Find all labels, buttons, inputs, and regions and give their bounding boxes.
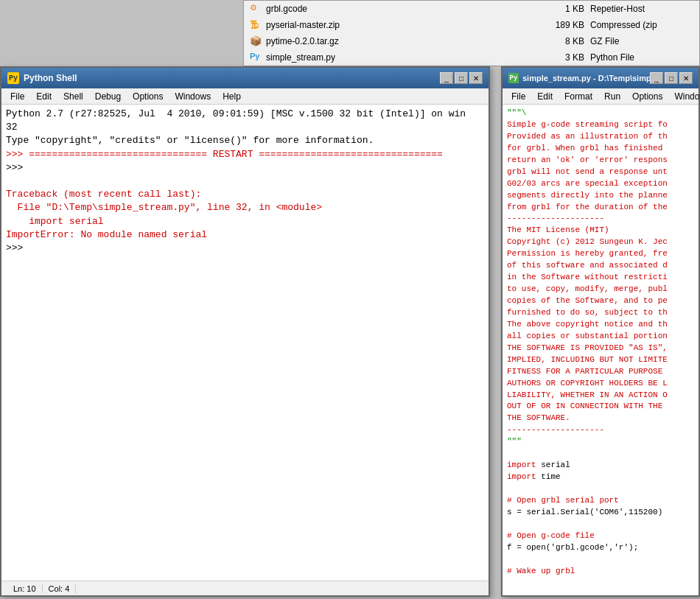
code-line-33 (507, 483, 694, 495)
code-line-27: THE SOFTWARE. (507, 413, 694, 424)
menu-shell[interactable]: Shell (57, 90, 89, 103)
menu-debug[interactable]: Debug (89, 90, 127, 103)
code-line-20: all copies or substantial portion (507, 331, 694, 343)
code-line-25: LIABILITY, WHETHER IN AN ACTION O (507, 390, 694, 402)
code-line-28: -------------------- (507, 424, 694, 436)
code-line-12: Copyright (c) 2012 Sungeun K. Jec (507, 237, 694, 248)
file-row-1[interactable]: ⚙ grbl.gcode 1 KB Repetier-Host (244, 1, 699, 17)
code-line-36 (507, 519, 694, 530)
shell-line-prompt2: >>> (6, 242, 484, 255)
file-type-2: Compressed (zip (590, 20, 693, 30)
shell-line-2: 32 (6, 121, 484, 134)
zip-icon: 🗜 (250, 19, 262, 31)
code-line-3: Provided as an illustration of th (507, 131, 694, 143)
python-shell-title: Python Shell (24, 73, 440, 83)
editor-py-icon: Py (508, 73, 519, 83)
menu-file[interactable]: File (4, 90, 30, 103)
code-line-26: OUT OF OR IN CONNECTION WITH THE (507, 401, 694, 413)
menu-edit[interactable]: Edit (30, 90, 57, 103)
code-line-21: THE SOFTWARE IS PROVIDED "AS IS", (507, 343, 694, 354)
editor-menu-bar: File Edit Format Run Options Windows (503, 88, 699, 105)
code-line-5: return an 'ok' or 'error' respons (507, 155, 694, 167)
code-line-40: # Wake up grbl (507, 566, 694, 578)
python-shell-window: Py Python Shell _ □ ✕ File Edit Shell De… (0, 66, 490, 597)
code-line-19: The above copyright notice and th (507, 319, 694, 331)
code-line-39 (507, 554, 694, 566)
code-line-7: G02/03 arcs are special exception (507, 178, 694, 190)
code-line-34: # Open grbl serial port (507, 495, 694, 507)
code-line-8: segments directly into the planne (507, 190, 694, 202)
editor-menu-file[interactable]: File (505, 90, 531, 103)
editor-menu-windows[interactable]: Windows (668, 90, 700, 103)
minimize-button[interactable]: _ (440, 72, 453, 84)
code-line-22: IMPLIED, INCLUDING BUT NOT LIMITE (507, 354, 694, 366)
code-line-4: for grbl. When grbl has finished (507, 143, 694, 155)
file-size-4: 3 KB (540, 52, 584, 63)
file-name-4: simple_stream.py (266, 52, 540, 63)
code-line-11: The MIT License (MIT) (507, 225, 694, 237)
code-line-15: in the Software without restricti (507, 272, 694, 284)
shell-line-restart: >>> =============================== REST… (6, 148, 484, 161)
file-name-2: pyserial-master.zip (266, 20, 540, 30)
maximize-button[interactable]: □ (455, 72, 468, 84)
editor-content-area[interactable]: """\ Simple g-code streaming script fo P… (503, 105, 699, 581)
file-manager: ⚙ grbl.gcode 1 KB Repetier-Host 🗜 pyseri… (243, 0, 700, 66)
window-controls: _ □ ✕ (440, 72, 483, 84)
editor-menu-format[interactable]: Format (559, 90, 598, 103)
code-line-10: -------------------- (507, 213, 694, 225)
shell-statusbar: Ln: 10 Col: 4 (1, 581, 489, 595)
editor-menu-options[interactable]: Options (626, 90, 668, 103)
shell-content-area[interactable]: Python 2.7 (r27:82525, Jul 4 2010, 09:01… (1, 105, 489, 579)
gcode-icon: ⚙ (250, 3, 262, 15)
menu-help[interactable]: Help (217, 90, 247, 103)
editor-minimize-button[interactable]: _ (650, 72, 663, 84)
code-line-14: of this software and associated d (507, 260, 694, 272)
shell-line-3: Type "copyright", "credits" or "license(… (6, 134, 484, 147)
shell-line-blank (6, 175, 484, 188)
close-button[interactable]: ✕ (469, 72, 483, 84)
python-icon: Py (7, 72, 19, 84)
editor-menu-run[interactable]: Run (598, 90, 626, 103)
editor-menu-edit[interactable]: Edit (531, 90, 559, 103)
code-line-37: # Open g-code file (507, 530, 694, 542)
code-line-29: """ (507, 436, 694, 448)
file-type-1: Repetier-Host (590, 4, 693, 14)
shell-line-traceback: Traceback (most recent call last): (6, 188, 484, 201)
code-line-38: f = open('grbl.gcode','r'); (507, 542, 694, 554)
file-type-3: GZ File (590, 36, 693, 46)
gz-icon: 📦 (250, 35, 262, 47)
file-size-3: 8 KB (540, 36, 584, 46)
editor-window-controls: _ □ ✕ (650, 72, 693, 84)
menu-windows[interactable]: Windows (169, 90, 217, 103)
file-row-4[interactable]: Py simple_stream.py 3 KB Python File (244, 49, 699, 66)
shell-line-error: ImportError: No module named serial (6, 228, 484, 242)
py-icon: Py (250, 52, 262, 63)
code-line-32: import time (507, 472, 694, 483)
file-size-1: 1 KB (540, 4, 584, 14)
editor-maximize-button[interactable]: □ (665, 72, 678, 84)
shell-menu-bar: File Edit Shell Debug Options Windows He… (1, 88, 489, 105)
python-shell-titlebar: Py Python Shell _ □ ✕ (1, 68, 489, 88)
code-line-31: import serial (507, 460, 694, 472)
shell-line-import: import serial (6, 215, 484, 228)
file-row-2[interactable]: 🗜 pyserial-master.zip 189 KB Compressed … (244, 17, 699, 33)
code-line-1: """\ (507, 108, 694, 119)
editor-titlebar: Py simple_stream.py - D:\Temp\simple_str… (503, 68, 699, 88)
menu-options[interactable]: Options (127, 90, 169, 103)
code-line-30 (507, 448, 694, 460)
shell-line-prompt1: >>> (6, 161, 484, 175)
status-ln: Ln: 10 (7, 584, 43, 593)
editor-close-button[interactable]: ✕ (679, 72, 693, 84)
file-type-4: Python File (590, 52, 693, 63)
file-size-2: 189 KB (540, 20, 584, 30)
code-line-23: FITNESS FOR A PARTICULAR PURPOSE (507, 366, 694, 378)
code-line-16: to use, copy, modify, merge, publ (507, 284, 694, 295)
shell-line-file: File "D:\Temp\simple_stream.py", line 32… (6, 201, 484, 214)
file-row-3[interactable]: 📦 pytime-0.2.0.tar.gz 8 KB GZ File (244, 33, 699, 49)
code-line-35: s = serial.Serial('COM6',115200) (507, 507, 694, 519)
code-line-6: grbl will not send a response unt (507, 167, 694, 178)
code-line-24: AUTHORS OR COPYRIGHT HOLDERS BE L (507, 378, 694, 390)
code-line-9: from grbl for the duration of the (507, 202, 694, 214)
file-name-3: pytime-0.2.0.tar.gz (266, 36, 540, 46)
code-line-18: furnished to do so, subject to th (507, 307, 694, 319)
